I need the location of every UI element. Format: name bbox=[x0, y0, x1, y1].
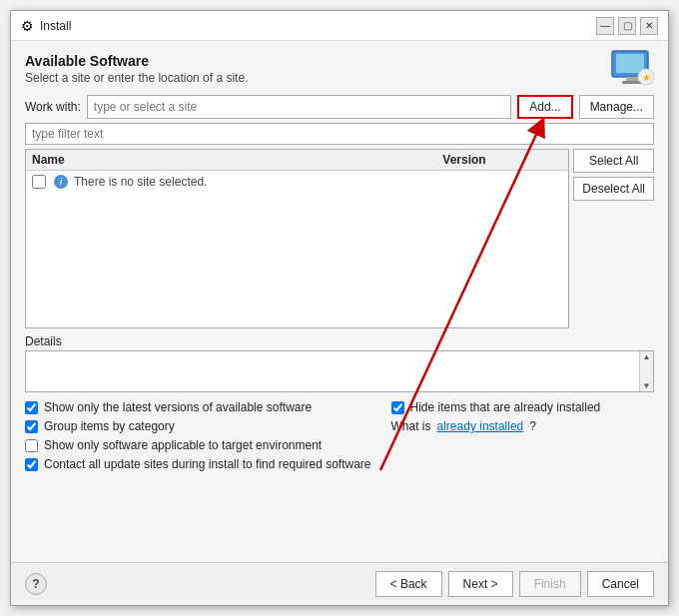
section-subtitle: Select a site or enter the location of a… bbox=[25, 71, 654, 85]
table-side-buttons: Select All Deselect All bbox=[573, 149, 654, 328]
table-area: Name Version i There is no site selected… bbox=[25, 149, 654, 328]
option-checkbox-2[interactable] bbox=[25, 420, 38, 433]
finish-button[interactable]: Finish bbox=[519, 571, 581, 597]
title-bar-controls: — ▢ ✕ bbox=[596, 17, 658, 35]
already-installed-suffix: ? bbox=[529, 419, 536, 433]
footer-buttons: < Back Next > Finish Cancel bbox=[375, 571, 654, 597]
svg-text:★: ★ bbox=[642, 72, 651, 83]
option-row-5: Hide items that are already installed bbox=[391, 400, 601, 414]
option-checkbox-4[interactable] bbox=[25, 458, 38, 471]
software-table: Name Version i There is no site selected… bbox=[25, 149, 569, 328]
option-row-2: Group items by category bbox=[25, 419, 371, 433]
option-row-3: Show only software applicable to target … bbox=[25, 438, 371, 452]
select-all-button[interactable]: Select All bbox=[573, 149, 654, 173]
dialog-footer: ? < Back Next > Finish Cancel bbox=[11, 562, 668, 605]
header-section: Available Software Select a site or ente… bbox=[11, 41, 668, 95]
option-label-3: Show only software applicable to target … bbox=[44, 438, 322, 452]
option-label-5: Hide items that are already installed bbox=[410, 400, 601, 414]
dialog-body: ★ Available Software Select a site or en… bbox=[11, 41, 668, 562]
row-checkbox[interactable] bbox=[32, 175, 46, 189]
dialog-title: Install bbox=[40, 19, 71, 33]
work-with-input[interactable] bbox=[87, 95, 511, 119]
monitor-icon: ★ bbox=[610, 49, 654, 90]
col-version-header: Version bbox=[442, 153, 562, 167]
available-software-title: Available Software bbox=[25, 53, 654, 69]
col-name-header: Name bbox=[32, 153, 442, 167]
already-installed-prefix: What is bbox=[391, 419, 431, 433]
options-right-col: Hide items that are already installed Wh… bbox=[391, 400, 601, 471]
deselect-all-button[interactable]: Deselect All bbox=[573, 177, 654, 201]
manage-button[interactable]: Manage... bbox=[579, 95, 654, 119]
no-site-message: There is no site selected. bbox=[74, 175, 207, 189]
table-header: Name Version bbox=[26, 150, 568, 171]
install-dialog: ⚙ Install — ▢ ✕ ★ Available Software Sel… bbox=[10, 10, 669, 606]
filter-input[interactable] bbox=[25, 123, 654, 145]
details-box: ▲ ▼ bbox=[25, 350, 654, 392]
option-row-4: Contact all update sites during install … bbox=[25, 457, 371, 471]
already-installed-row: What is already installed ? bbox=[391, 419, 601, 433]
help-button[interactable]: ? bbox=[25, 573, 47, 595]
title-icon: ⚙ bbox=[21, 18, 34, 34]
option-checkbox-5[interactable] bbox=[391, 401, 404, 414]
option-checkbox-1[interactable] bbox=[25, 401, 38, 414]
options-section: Show only the latest versions of availab… bbox=[25, 400, 654, 471]
footer-left: ? bbox=[25, 573, 47, 595]
close-button[interactable]: ✕ bbox=[640, 17, 658, 35]
work-with-row: Work with: Add... Manage... bbox=[25, 95, 654, 119]
title-bar-left: ⚙ Install bbox=[21, 18, 71, 34]
already-installed-link[interactable]: already installed bbox=[437, 419, 524, 433]
details-section: Details ▲ ▼ bbox=[25, 334, 654, 392]
back-button[interactable]: < Back bbox=[375, 571, 442, 597]
details-scrollbar[interactable]: ▲ ▼ bbox=[639, 351, 653, 391]
filter-row bbox=[25, 123, 654, 145]
content-section: Work with: Add... Manage... Name Version bbox=[11, 95, 668, 477]
cancel-button[interactable]: Cancel bbox=[587, 571, 654, 597]
option-checkbox-3[interactable] bbox=[25, 439, 38, 452]
option-label-2: Group items by category bbox=[44, 419, 175, 433]
table-row: i There is no site selected. bbox=[26, 171, 568, 193]
scroll-up-arrow[interactable]: ▲ bbox=[643, 352, 651, 361]
svg-rect-2 bbox=[626, 77, 638, 81]
options-left-col: Show only the latest versions of availab… bbox=[25, 400, 371, 471]
minimize-button[interactable]: — bbox=[596, 17, 614, 35]
maximize-button[interactable]: ▢ bbox=[618, 17, 636, 35]
add-button[interactable]: Add... bbox=[517, 95, 572, 119]
option-label-4: Contact all update sites during install … bbox=[44, 457, 371, 471]
scroll-down-arrow[interactable]: ▼ bbox=[643, 381, 651, 390]
next-button[interactable]: Next > bbox=[448, 571, 513, 597]
option-label-1: Show only the latest versions of availab… bbox=[44, 400, 312, 414]
work-with-label: Work with: bbox=[25, 100, 81, 114]
info-icon: i bbox=[54, 175, 68, 189]
details-label: Details bbox=[25, 334, 654, 348]
svg-rect-1 bbox=[616, 54, 644, 73]
option-row-1: Show only the latest versions of availab… bbox=[25, 400, 371, 414]
title-bar: ⚙ Install — ▢ ✕ bbox=[11, 11, 668, 41]
